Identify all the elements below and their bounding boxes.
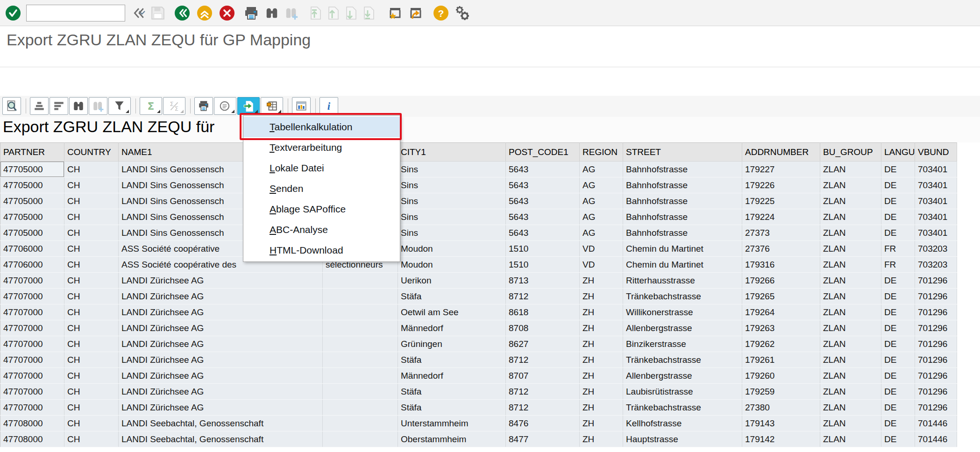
column-header-city1[interactable]: CITY1: [398, 143, 506, 162]
cell[interactable]: ZLAN: [820, 177, 881, 193]
choose-layout-button[interactable]: [261, 97, 283, 115]
cell[interactable]: 703401: [915, 209, 957, 225]
cell[interactable]: CH: [64, 273, 119, 289]
cell[interactable]: CH: [64, 225, 119, 241]
column-header-addrnumber[interactable]: ADDRNUMBER: [742, 143, 820, 162]
cell[interactable]: 47707000: [0, 368, 64, 384]
cell[interactable]: ZH: [580, 289, 623, 304]
cell[interactable]: 8712: [506, 400, 580, 416]
cell[interactable]: 8708: [506, 320, 580, 336]
cell[interactable]: CH: [64, 193, 119, 209]
cell[interactable]: Allenbergstrasse: [623, 368, 742, 384]
cell[interactable]: DE: [881, 416, 915, 431]
cell[interactable]: DE: [881, 336, 915, 352]
cell[interactable]: 47708000: [0, 416, 64, 431]
cell[interactable]: VD: [580, 241, 623, 257]
cell[interactable]: 701296: [915, 368, 957, 384]
cell[interactable]: LANDI Zürichsee AG: [119, 400, 323, 416]
cell[interactable]: CH: [64, 368, 119, 384]
find-button-alv[interactable]: [69, 97, 88, 115]
cell[interactable]: 179259: [742, 384, 820, 400]
cell[interactable]: DE: [881, 352, 915, 368]
cell[interactable]: ZH: [580, 416, 623, 431]
cell[interactable]: ZLAN: [820, 162, 881, 177]
find-button[interactable]: [263, 5, 280, 21]
cell[interactable]: 47707000: [0, 336, 64, 352]
column-header-langu[interactable]: LANGU: [881, 143, 915, 162]
cell[interactable]: DE: [881, 209, 915, 225]
cell[interactable]: ZLAN: [820, 193, 881, 209]
menu-item-lokale-datei[interactable]: Lokale Datei: [243, 158, 400, 178]
cell[interactable]: Chemin du Martinet: [623, 241, 742, 257]
cell[interactable]: 47705000: [0, 209, 64, 225]
cell[interactable]: CH: [64, 209, 119, 225]
cell[interactable]: Kellhofstrasse: [623, 416, 742, 431]
cell[interactable]: 47708000: [0, 431, 64, 447]
cell[interactable]: 27376: [742, 241, 820, 257]
enter-button[interactable]: [5, 5, 21, 21]
new-session-button[interactable]: [407, 5, 424, 21]
cell[interactable]: ZH: [580, 384, 623, 400]
cell[interactable]: [323, 273, 398, 289]
cell[interactable]: Sins: [398, 162, 506, 177]
cell[interactable]: [323, 320, 398, 336]
cell[interactable]: DE: [881, 304, 915, 320]
cell[interactable]: Chemin du Martinet: [623, 257, 742, 273]
cell[interactable]: 179224: [742, 209, 820, 225]
print-button[interactable]: [243, 5, 260, 21]
cell[interactable]: 701296: [915, 400, 957, 416]
cell[interactable]: CH: [64, 177, 119, 193]
help-button[interactable]: ?: [433, 5, 449, 21]
cell[interactable]: 179263: [742, 320, 820, 336]
cell[interactable]: [323, 289, 398, 304]
cell[interactable]: Allenbergstrasse: [623, 320, 742, 336]
cell[interactable]: ZLAN: [820, 352, 881, 368]
cell[interactable]: 47707000: [0, 352, 64, 368]
cell[interactable]: Bahnhofstrasse: [623, 193, 742, 209]
cell[interactable]: 701296: [915, 336, 957, 352]
cell[interactable]: ZLAN: [820, 320, 881, 336]
cell[interactable]: [323, 368, 398, 384]
cell[interactable]: LANDI Zürichsee AG: [119, 273, 323, 289]
graphic-button[interactable]: [292, 97, 311, 115]
cell[interactable]: AG: [580, 162, 623, 177]
cell[interactable]: Tränkebachstrasse: [623, 289, 742, 304]
details-button[interactable]: [2, 97, 21, 115]
cell[interactable]: Oberstammheim: [398, 431, 506, 447]
cell[interactable]: 47707000: [0, 304, 64, 320]
back-button[interactable]: [174, 5, 191, 21]
cell[interactable]: CH: [64, 257, 119, 273]
cell[interactable]: 47706000: [0, 257, 64, 273]
cell[interactable]: [323, 431, 398, 447]
column-header-bu_group[interactable]: BU_GROUP: [820, 143, 881, 162]
cell[interactable]: 703401: [915, 177, 957, 193]
cell[interactable]: DE: [881, 193, 915, 209]
cell[interactable]: Laubisrütistrasse: [623, 384, 742, 400]
cell[interactable]: [323, 384, 398, 400]
filter-button[interactable]: [108, 97, 131, 115]
cell[interactable]: LANDI Zürichsee AG: [119, 368, 323, 384]
cell[interactable]: [323, 304, 398, 320]
cell[interactable]: LANDI Zürichsee AG: [119, 304, 323, 320]
column-header-country[interactable]: COUNTRY: [64, 143, 119, 162]
cell[interactable]: 47707000: [0, 320, 64, 336]
cell[interactable]: LANDI Seebachtal, Genossenschaft: [119, 416, 323, 431]
cell[interactable]: 179260: [742, 368, 820, 384]
cell[interactable]: CH: [64, 352, 119, 368]
cell[interactable]: LANDI Zürichsee AG: [119, 320, 323, 336]
cell[interactable]: Sins: [398, 225, 506, 241]
cell[interactable]: 701446: [915, 431, 957, 447]
cell[interactable]: AG: [580, 225, 623, 241]
cell[interactable]: 5643: [506, 209, 580, 225]
cell[interactable]: CH: [64, 320, 119, 336]
cell[interactable]: Grüningen: [398, 336, 506, 352]
cell[interactable]: Stäfa: [398, 384, 506, 400]
cell[interactable]: 701296: [915, 384, 957, 400]
cell[interactable]: CH: [64, 162, 119, 177]
cell[interactable]: Männedorf: [398, 320, 506, 336]
cell[interactable]: AG: [580, 209, 623, 225]
cell[interactable]: [323, 400, 398, 416]
cell[interactable]: Unterstammheim: [398, 416, 506, 431]
cell[interactable]: ZLAN: [820, 304, 881, 320]
cell[interactable]: 5643: [506, 193, 580, 209]
